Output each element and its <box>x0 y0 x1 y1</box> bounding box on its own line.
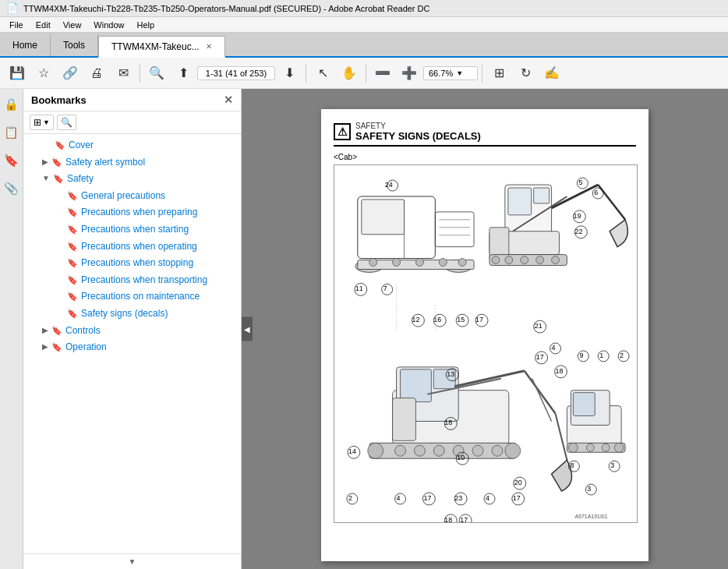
svg-text:17: 17 <box>423 494 431 502</box>
bookmark-icon-5: 🔖 <box>67 207 78 217</box>
svg-text:5: 5 <box>578 178 582 186</box>
safety-header: ⚠ SAFETY SAFETY SIGNS (DECALS) <box>334 122 636 142</box>
bookmark-icon-7: 🔖 <box>67 242 78 252</box>
bookmark-safety-alert[interactable]: ▶ 🔖 Safety alert symbol <box>23 154 241 171</box>
fit-page-button[interactable]: ⊞ <box>486 61 511 86</box>
hand-tool-button[interactable]: ✋ <box>337 61 362 86</box>
close-tab-icon[interactable]: ✕ <box>206 42 212 51</box>
search-bookmarks-button[interactable]: 🔍 <box>57 115 76 130</box>
bookmark-safety[interactable]: ▼ 🔖 Safety <box>23 171 241 188</box>
bookmark-operating-label: Precautions when operating <box>81 241 197 253</box>
svg-text:15: 15 <box>457 316 465 323</box>
zoom-level-text: 66.7% <box>429 69 453 78</box>
cursor-tool-button[interactable]: ↖ <box>310 61 335 86</box>
svg-text:4: 4 <box>397 494 401 502</box>
zoom-out-button[interactable]: ➖ <box>370 61 395 86</box>
tab-tools[interactable]: Tools <box>51 34 98 56</box>
bookmarks-header: Bookmarks ✕ <box>23 89 241 111</box>
view-options-button[interactable]: ⊞ ▼ <box>30 115 54 130</box>
svg-text:1: 1 <box>599 352 603 359</box>
bookmark-icon-9: 🔖 <box>67 275 78 285</box>
document-view[interactable]: ◀ ⚠ SAFETY SAFETY SIGNS (DECALS) <Cab> <box>242 89 728 569</box>
bookmark-transporting-label: Precautions when transporting <box>81 274 207 287</box>
zoom-in-button[interactable]: ➕ <box>397 61 422 86</box>
tab-home[interactable]: Home <box>0 34 51 56</box>
next-page-button[interactable]: ⬇ <box>277 61 302 86</box>
bookmark-icon-11: 🔖 <box>67 309 78 319</box>
email-button[interactable]: ✉ <box>111 61 136 86</box>
bookmark-stopping-label: Precautions when stopping <box>81 257 193 270</box>
page-title: SAFETY SIGNS (DECALS) <box>355 130 481 142</box>
zoom-dropdown-icon[interactable]: ▼ <box>456 69 463 77</box>
svg-point-26 <box>521 256 528 264</box>
expand-safety-btn[interactable]: ▼ <box>42 174 50 182</box>
lock-icon[interactable]: 🔒 <box>2 95 21 114</box>
svg-point-25 <box>505 256 513 264</box>
menu-bar: File Edit View Window Help <box>0 17 728 33</box>
menu-window[interactable]: Window <box>87 20 130 30</box>
bookmark-safety-signs[interactable]: 🔖 Safety signs (decals) <box>23 306 241 323</box>
menu-edit[interactable]: Edit <box>30 20 57 30</box>
bookmark-operation[interactable]: ▶ 🔖 Operation <box>23 339 241 356</box>
safety-decals-diagram: 24 5 6 19 22 11 7 <box>334 164 638 523</box>
tab-document[interactable]: TTWM4XM-Takeuc... ✕ <box>98 36 225 58</box>
layers-icon[interactable]: 📋 <box>2 123 21 142</box>
attachment-icon[interactable]: 📎 <box>2 179 21 198</box>
prev-page-button[interactable]: ⬆ <box>171 61 196 86</box>
sign-button[interactable]: ✍ <box>539 61 564 86</box>
title-bar-text: TTWM4XM-Takeuchi-Tb228-Tb235-Tb250-Opera… <box>23 4 429 13</box>
svg-text:9: 9 <box>579 352 583 359</box>
svg-rect-89 <box>573 393 595 416</box>
tab-home-label: Home <box>12 40 37 51</box>
bookmark-precautions-stopping[interactable]: 🔖 Precautions when stopping <box>23 255 241 272</box>
expand-controls-btn[interactable]: ▶ <box>42 326 48 334</box>
bookmark-precautions-transporting[interactable]: 🔖 Precautions when transporting <box>23 272 241 289</box>
bookmark-preparing-label: Precautions when preparing <box>81 207 197 219</box>
svg-text:7: 7 <box>383 284 387 292</box>
main-area: 🔒 📋 🔖 📎 Bookmarks ✕ ⊞ ▼ 🔍 🔖 <box>0 89 728 569</box>
svg-text:A971A191I01: A971A191I01 <box>574 514 607 519</box>
bookmark-precautions-maintenance[interactable]: 🔖 Precautions on maintenance <box>23 288 241 306</box>
left-panel-strip: 🔒 📋 🔖 📎 <box>0 89 23 569</box>
bookmark-precautions-starting[interactable]: 🔖 Precautions when starting <box>23 221 241 239</box>
sidebar-header-actions: ✕ <box>224 94 233 106</box>
close-sidebar-button[interactable]: ✕ <box>224 94 233 106</box>
sidebar-scroll-down[interactable]: ▼ <box>23 553 241 569</box>
page-indicator-text: 1-31 (41 of 253) <box>206 69 267 78</box>
svg-point-82 <box>414 445 425 456</box>
safety-title-block: SAFETY SAFETY SIGNS (DECALS) <box>355 122 481 142</box>
bookmark-cover[interactable]: 🔖 Cover <box>23 137 241 154</box>
bookmark-general-precautions[interactable]: 🔖 General precautions <box>23 188 241 205</box>
expand-safety-alert-btn[interactable]: ▶ <box>42 157 48 166</box>
toolbar-separator-1 <box>140 64 140 83</box>
bookmark-button[interactable]: ☆ <box>31 61 56 86</box>
svg-text:2: 2 <box>620 352 624 359</box>
bookmark-precautions-preparing[interactable]: 🔖 Precautions when preparing <box>23 204 241 221</box>
svg-text:4: 4 <box>486 494 489 502</box>
expand-operation-btn[interactable]: ▶ <box>42 342 48 351</box>
menu-view[interactable]: View <box>57 20 88 30</box>
zoom-marquee-button[interactable]: 🔍 <box>144 61 169 86</box>
bookmark-icon-12: 🔖 <box>51 326 62 336</box>
rotate-button[interactable]: ↻ <box>513 61 538 86</box>
svg-point-28 <box>552 256 560 264</box>
svg-text:13: 13 <box>447 370 454 378</box>
share-button[interactable]: 🔗 <box>58 61 83 86</box>
save-button[interactable]: 💾 <box>5 61 30 86</box>
menu-help[interactable]: Help <box>130 20 161 30</box>
zoom-level-control[interactable]: 66.7% ▼ <box>423 66 478 80</box>
bookmarks-panel: Bookmarks ✕ ⊞ ▼ 🔍 🔖 Cover ▶ <box>23 89 242 569</box>
bookmark-operation-label: Operation <box>65 341 107 354</box>
bookmark-icon-10: 🔖 <box>67 292 78 302</box>
bookmark-controls[interactable]: ▶ 🔖 Controls <box>23 323 241 340</box>
print-button[interactable]: 🖨 <box>84 61 109 86</box>
bookmark-icon-4: 🔖 <box>67 191 78 201</box>
bookmark-strip-icon[interactable]: 🔖 <box>2 151 21 170</box>
scroll-left-button[interactable]: ◀ <box>242 317 253 341</box>
svg-rect-2 <box>362 200 405 235</box>
toolbar-separator-2 <box>306 64 306 83</box>
svg-text:18: 18 <box>556 367 564 375</box>
menu-file[interactable]: File <box>3 20 30 30</box>
bookmark-precautions-operating[interactable]: 🔖 Precautions when operating <box>23 239 241 256</box>
svg-text:3: 3 <box>610 461 614 469</box>
